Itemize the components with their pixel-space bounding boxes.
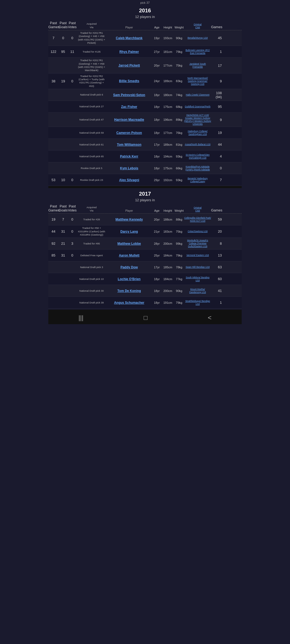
player-name-cell[interactable]: Harrison Macreadie xyxy=(106,118,152,122)
orig-club-cell[interactable]: North Warrnambool/ Geelong Grammar/ Geel… xyxy=(184,77,211,86)
orig-club-cell[interactable]: Haileybury College/ Sandringham U18 xyxy=(184,130,211,136)
acquired-via-cell: National Draft pick 10 xyxy=(77,277,106,281)
home-icon[interactable]: □ xyxy=(144,314,148,321)
player-link[interactable]: Rhys Palmer xyxy=(119,50,139,54)
player-name-cell[interactable]: Lochie O'Brien xyxy=(106,277,152,281)
player-link[interactable]: Matthew Lobbe xyxy=(117,242,141,246)
player-link[interactable]: Jarrod Pickett xyxy=(118,64,140,67)
past-goals-cell: 31 xyxy=(59,229,68,233)
player-link[interactable]: Paddy Dow xyxy=(121,265,138,269)
player-name-cell[interactable]: Kym Lebois xyxy=(106,166,152,170)
orig-club-cell[interactable]: Collingullie-Glenfield Park/ NSW-ACT U18 xyxy=(184,217,211,222)
acquired-via-cell: National Draft pick 30 xyxy=(77,289,106,292)
player-link[interactable]: Billie Smedts xyxy=(119,79,139,83)
table-row: National Draft pick 3 Paddy Dow 17yr 185… xyxy=(48,261,242,273)
orig-club-cell[interactable]: Henty/NSW-ACT U18/ Greater Western Sydne… xyxy=(184,114,211,126)
orig-club-cell[interactable]: South Mildura/ Bendigo U18 xyxy=(184,276,211,282)
orig-club-cell[interactable]: Bullcreek Leeming JFC/ East Fremantle xyxy=(184,49,211,55)
player-link[interactable]: Kym Lebois xyxy=(120,166,138,170)
orig-club-cell[interactable]: Benalla/Murray U18 xyxy=(184,36,211,39)
past-games-cell: 122 xyxy=(48,50,59,54)
header-height-2017: Height xyxy=(162,209,174,212)
player-name-cell[interactable]: Matthew Lobbe xyxy=(106,242,152,246)
player-link[interactable]: Zac Fisher xyxy=(121,105,137,109)
past-goals-cell: 31 xyxy=(59,253,68,257)
age-cell: 18yr xyxy=(152,118,162,121)
player-name-cell[interactable]: Darcy Lang xyxy=(106,230,152,233)
header-weight-2016: Weight xyxy=(174,26,184,29)
age-cell: 18yr xyxy=(152,155,162,158)
orig-club-cell[interactable]: Mount Martha/ Dandenong U18 xyxy=(184,288,211,294)
player-link[interactable]: Lochie O'Brien xyxy=(118,277,141,281)
player-link[interactable]: Patrick Kerr xyxy=(120,155,138,158)
past-games-cell: 7 xyxy=(48,36,59,40)
player-name-cell[interactable]: Tom De Koning xyxy=(106,289,152,293)
orig-club-cell[interactable]: Ararat/North Ballarat U18 xyxy=(184,143,211,146)
orig-club-cell[interactable]: Jandakot/ South Fremantle xyxy=(184,63,211,68)
table-row: National Draft pick 39 Angus Schumacher … xyxy=(48,297,242,309)
player-name-cell[interactable]: Jarrod Pickett xyxy=(106,64,152,67)
table-row: 7 0 0 Traded for #2017R1 (Geelong) + #45… xyxy=(48,30,242,46)
player-link[interactable]: Alex Silvagni xyxy=(119,178,139,182)
height-cell: 188cm xyxy=(162,218,174,221)
orig-club-cell[interactable]: Monbulk/St Joseph's College (Ferntree Gu… xyxy=(184,239,211,248)
player-name-cell[interactable]: Aaron Mullett xyxy=(106,254,152,257)
orig-club-cell[interactable]: Koonibba/Port Adelaide (SANFL)/North Ade… xyxy=(184,165,211,171)
player-link[interactable]: Harrison Macreadie xyxy=(114,118,144,122)
header-height-2016: Height xyxy=(162,26,174,29)
player-link[interactable]: Darcy Lang xyxy=(120,230,138,233)
acquired-via-cell: Traded for #95 xyxy=(77,242,106,245)
age-cell: 18yr xyxy=(152,93,162,97)
games-cell: 63 xyxy=(211,265,223,269)
weight-cell: 93kg xyxy=(174,155,184,158)
header-past-votes-2017: PastVotes xyxy=(68,204,77,212)
orig-club-cell[interactable]: Berwick/ Haileybury College/Casey xyxy=(184,177,211,183)
player-name-cell[interactable]: Sam Petrevski-Seton xyxy=(106,93,152,97)
player-link[interactable]: Angus Schumacher xyxy=(114,301,144,305)
player-name-cell[interactable]: Paddy Dow xyxy=(106,265,152,269)
age-cell: 18yr xyxy=(152,131,162,134)
past-goals-cell: 95 xyxy=(59,50,68,54)
games-cell: 1 xyxy=(211,50,223,54)
player-name-cell[interactable]: Matthew Kennedy xyxy=(106,218,152,221)
height-cell: 192cm xyxy=(162,178,174,182)
orig-club-cell[interactable]: St Kevin's College/Glen Iris/Oakleigh U1… xyxy=(184,153,211,159)
player-name-cell[interactable]: Cameron Polson xyxy=(106,131,152,135)
player-link[interactable]: Sam Petrevski-Seton xyxy=(113,93,145,97)
past-goals-cell: 0 xyxy=(59,36,68,40)
games-cell: 41 xyxy=(211,289,223,293)
height-cell: 189cm xyxy=(162,79,174,83)
orig-club-cell[interactable]: Vermont/ Eastern U18 xyxy=(184,254,211,257)
age-cell: 17yr xyxy=(152,143,162,146)
player-link[interactable]: Tom De Koning xyxy=(117,289,141,293)
player-link[interactable]: Caleb Marchbank xyxy=(116,36,142,40)
back-icon[interactable]: < xyxy=(208,314,212,321)
orig-club-cell[interactable]: Halls Creek/ Claremont xyxy=(184,93,211,96)
player-name-cell[interactable]: Zac Fisher xyxy=(106,105,152,109)
past-votes-cell: 11 xyxy=(68,50,77,54)
acquired-via-cell: Traded for #28 xyxy=(77,218,106,221)
orig-club-cell[interactable]: Colac/Geelong U18 xyxy=(184,230,211,233)
player-link[interactable]: Matthew Kennedy xyxy=(115,218,143,221)
weight-cell: 74kg xyxy=(174,93,184,97)
orig-club-cell[interactable]: Guildford Grammar/Perth xyxy=(184,105,211,108)
recent-apps-icon[interactable]: ||| xyxy=(78,314,84,321)
player-link[interactable]: Aaron Mullett xyxy=(119,254,140,257)
player-name-cell[interactable]: Rhys Palmer xyxy=(106,50,152,54)
player-link[interactable]: Tom Williamson xyxy=(117,143,141,147)
orig-club-cell[interactable]: Strathfieldsaye/ Bendigo U18 xyxy=(184,300,211,306)
year-2016-subtitle: 12 players in xyxy=(48,15,242,20)
player-name-cell[interactable]: Patrick Kerr xyxy=(106,155,152,158)
past-goals-cell: 21 xyxy=(59,241,68,246)
player-link[interactable]: Cameron Polson xyxy=(116,131,142,135)
player-name-cell[interactable]: Alex Silvagni xyxy=(106,178,152,182)
height-cell: 185cm xyxy=(162,266,174,269)
past-votes-cell: 0 xyxy=(68,79,77,83)
player-name-cell[interactable]: Tom Williamson xyxy=(106,143,152,147)
player-name-cell[interactable]: Billie Smedts xyxy=(106,79,152,83)
player-name-cell[interactable]: Angus Schumacher xyxy=(106,301,152,305)
header-acquired-2016: AcquiredVia xyxy=(77,22,106,29)
orig-club-cell[interactable]: Swan Hill/ Bendigo U18 xyxy=(184,266,211,269)
height-cell: 181cm xyxy=(162,50,174,53)
player-name-cell[interactable]: Caleb Marchbank xyxy=(106,36,152,40)
